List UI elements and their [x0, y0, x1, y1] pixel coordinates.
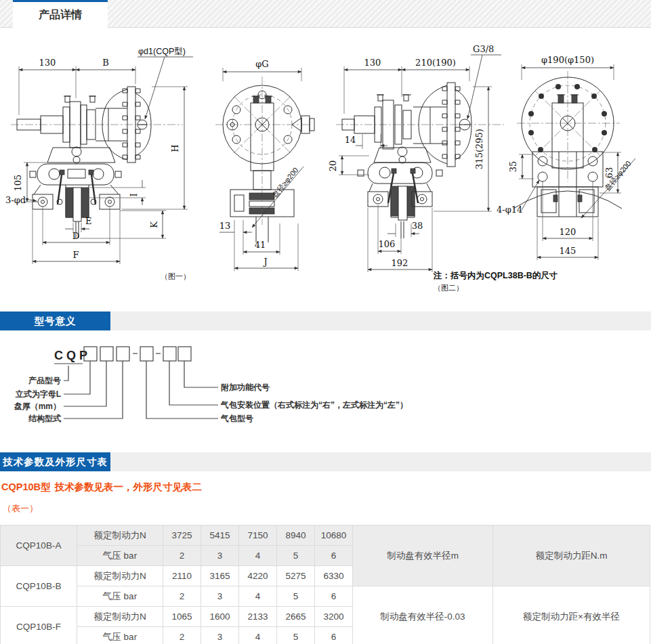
fig3-note: 注：括号内为CQPL38B-B的尺寸 — [433, 270, 558, 280]
value-cell: 2133 — [239, 607, 277, 627]
model-cell-b: CQP10B-B — [1, 566, 77, 607]
tab-product-details[interactable]: 产品详情 — [13, 0, 108, 28]
value-cell: 2 — [163, 586, 201, 607]
row-label-force: 额定制动力N — [77, 525, 163, 546]
value-cell: 4 — [239, 627, 277, 644]
model-label-extra-function: 附加功能代号 — [221, 383, 270, 392]
fig3-dim-20: 20 — [328, 160, 338, 172]
table-row: 气压 bar 2 3 4 5 6 制动盘有效半径-0.03 额定制动力距×有效半… — [1, 586, 650, 607]
row-label-force: 额定制动力N — [77, 566, 163, 586]
table-row: CQP10B-A 额定制动力N 3725 5415 7150 8940 1068… — [1, 525, 650, 546]
tab-product-details-label: 产品详情 — [39, 8, 82, 22]
table-one-tag: （表一） — [0, 502, 651, 515]
tech-intro-model: CQP10B型 — [1, 481, 51, 492]
technical-drawings: 130 B φd1(CQP型) H 105 3-φd I K E D F （图一… — [0, 28, 651, 312]
model-cell-a: CQP10B-A — [1, 525, 77, 566]
fig4-dim-145: 145 — [560, 246, 576, 256]
tech-intro-rest: 技术参数见表一，外形尺寸见表二 — [55, 481, 203, 492]
model-label-airbag-model: 气包型号 — [220, 414, 253, 423]
model-cell-f: CQP10B-F — [1, 607, 77, 644]
merged-torque-formula: 额定制动力距×有效半径 — [493, 586, 650, 644]
value-cell: 5 — [277, 586, 315, 607]
page-header-strip: 产品详情 — [0, 0, 651, 28]
merged-rated-torque: 额定制动力距N.m — [493, 525, 650, 586]
fig1-dim-b: B — [102, 58, 109, 68]
section-bar-model-meaning: 型号意义 — [0, 312, 651, 330]
value-cell: 2110 — [163, 566, 201, 586]
fig3-dim-210: 210(190) — [415, 58, 456, 68]
tech-intro-line: CQP10B型技术参数见表一，外形尺寸见表二 — [1, 481, 651, 494]
fig1-dim-130: 130 — [39, 58, 56, 68]
row-label-pressure: 气压 bar — [77, 586, 163, 607]
value-cell: 5 — [277, 546, 315, 566]
value-cell: 3 — [201, 586, 239, 607]
fig2-dim-41: 41 — [255, 240, 266, 250]
model-prefix: CQP — [54, 349, 91, 362]
fig3-dim-192: 192 — [392, 258, 408, 268]
value-cell: 3725 — [163, 525, 201, 546]
fig3-dim-38: 38 — [412, 221, 423, 231]
fig2-disc-note: 盘径≥φ200 — [270, 166, 299, 199]
figure-1-side-view: 130 B φd1(CQP型) H 105 3-φd I K E D F （图一… — [5, 47, 193, 280]
tech-params-table: CQP10B-A 额定制动力N 3725 5415 7150 8940 1068… — [0, 525, 650, 644]
fig3-caption: （图二） — [434, 284, 463, 292]
value-cell: 6 — [315, 627, 353, 644]
model-label-airbag-position: 气包安装位置（右式标注为“右”，左式标注为“左”） — [220, 400, 408, 410]
figure-4-front-view: φ190(φ150) 35 63 4-φ14 120 145 盘径≥φ200 — [497, 55, 635, 260]
fig1-dim-105: 105 — [13, 175, 23, 192]
fig2-dim-j: J — [262, 257, 267, 267]
fig4-dim-35: 35 — [508, 161, 518, 173]
fig1-dim-k: K — [149, 221, 159, 228]
fig3-label-g38: G3/8 — [473, 44, 494, 54]
fig1-dim-e: E — [85, 216, 92, 226]
fig1-label-phid1: φd1(CQP型) — [138, 47, 186, 56]
value-cell: 5275 — [277, 566, 315, 586]
fig4-dim-phi190: φ190(φ150) — [541, 55, 594, 65]
model-label-vertical-letter: 立式为字母L — [15, 389, 61, 399]
value-cell: 1600 — [201, 607, 239, 627]
figure-3-side-view: 130 210(190) G3/8 315(295) 14 20 38 106 … — [328, 44, 558, 292]
model-code-boxes — [84, 347, 191, 361]
value-cell: 1065 — [163, 607, 201, 627]
value-cell: 4220 — [239, 566, 277, 586]
fig1-caption: （图一） — [161, 272, 190, 280]
value-cell: 6330 — [315, 566, 353, 586]
fig1-label-3phid: 3-φd — [5, 195, 26, 205]
section-title-tech-params: 技术参数及外形尺寸表 — [0, 452, 110, 471]
value-cell: 3200 — [315, 607, 353, 627]
fig1-dim-h: H — [170, 144, 180, 152]
section-bar-tech-params: 技术参数及外形尺寸表 — [0, 452, 651, 471]
merged-radius-formula: 制动盘有效半径-0.03 — [353, 586, 493, 644]
fig4-label-4phi14: 4-φ14 — [497, 205, 522, 215]
fig4-dim-120: 120 — [560, 227, 576, 237]
fig3-dim-130: 130 — [364, 58, 381, 68]
value-cell: 6 — [315, 546, 353, 566]
value-cell: 8940 — [277, 525, 315, 546]
fig3-dim-315: 315(295) — [474, 129, 484, 169]
fig1-dim-f: F — [72, 250, 79, 260]
fig3-dim-14: 14 — [345, 135, 356, 145]
value-cell: 2 — [163, 546, 201, 566]
value-cell: 3 — [201, 627, 239, 644]
value-cell: 7150 — [239, 525, 277, 546]
fig1-dim-d: D — [72, 231, 79, 241]
value-cell: 4 — [239, 586, 277, 607]
figure-2-front-view: φG 13 41 J 盘径≥φ200 — [215, 59, 314, 271]
fig2-dim-phig: φG — [255, 59, 269, 69]
value-cell: 5 — [277, 627, 315, 644]
value-cell: 5415 — [201, 525, 239, 546]
value-cell: 6 — [315, 586, 353, 607]
fig2-dim-13: 13 — [219, 221, 231, 231]
model-label-structure-type: 结构型式 — [28, 414, 61, 423]
model-label-disc-thickness: 盘厚（mm） — [14, 402, 61, 411]
value-cell: 3165 — [201, 566, 239, 586]
fig3-dim-106: 106 — [379, 239, 396, 249]
fig1-dim-i: I — [129, 193, 139, 196]
model-label-product-type: 产品型号 — [28, 376, 61, 385]
value-cell: 4 — [239, 546, 277, 566]
row-label-pressure: 气压 bar — [77, 546, 163, 566]
row-label-force: 额定制动力N — [77, 607, 163, 627]
value-cell: 10680 — [315, 525, 353, 546]
row-label-pressure: 气压 bar — [77, 627, 163, 644]
merged-effective-radius: 制动盘有效半径m — [353, 525, 493, 586]
